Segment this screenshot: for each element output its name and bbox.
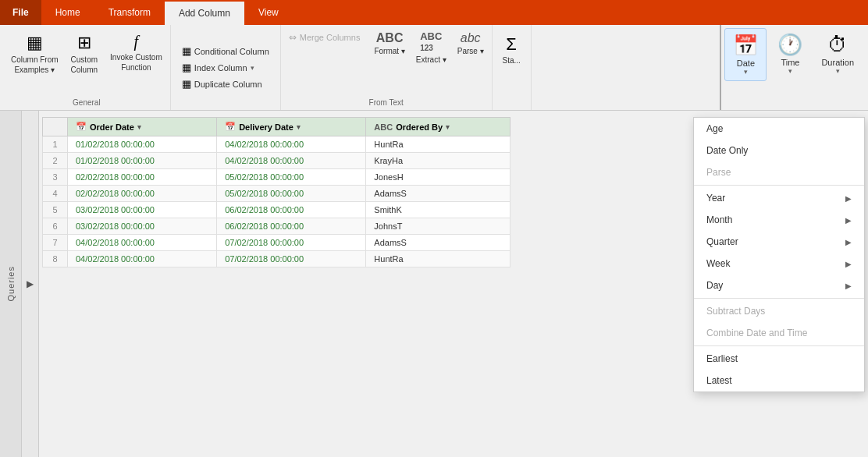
table-row: 402/02/2018 00:00:0005/02/2018 00:00:00A… [43, 186, 510, 202]
ordered-by-filter-icon[interactable]: ▾ [446, 123, 450, 131]
format-button[interactable]: ABC Format ▾ [369, 28, 409, 58]
extract-button[interactable]: ABC123 Extract ▾ [411, 28, 451, 67]
order-date-type-icon: 📅 [76, 122, 87, 132]
from-text-merge-small: ⇔ Merge Columns [284, 28, 365, 45]
col-from-examples-button[interactable]: ▦ Column FromExamples ▾ [6, 30, 63, 78]
stats-group-label [496, 107, 528, 110]
order-date-header[interactable]: 📅 Order Date ▾ [68, 118, 217, 136]
duration-button-label: Duration [821, 58, 854, 67]
ribbon-group-datetime: 📅 Date ▾ 🕐 Time ▾ ⏱ Duration ▾ [720, 25, 865, 110]
merge-columns-button[interactable]: ⇔ Merge Columns [284, 30, 365, 45]
menu-item-age[interactable]: Age [694, 118, 864, 140]
menu-item-parse: Parse [694, 161, 864, 183]
menu-divider-1 [694, 185, 864, 186]
menu-item-combine-date-time: Combine Date and Time [694, 322, 864, 344]
delivery-date-cell: 07/02/2018 00:00:00 [217, 235, 366, 251]
tab-home[interactable]: Home [41, 0, 94, 25]
delivery-date-header[interactable]: 📅 Delivery Date ▾ [217, 118, 366, 136]
year-arrow-icon: ▶ [845, 194, 852, 203]
delivery-date-label: Delivery Date [239, 122, 293, 132]
ribbon-group-general: ▦ Column FromExamples ▾ ⊞ CustomColumn f… [3, 25, 171, 110]
index-column-label: Index Column [194, 63, 247, 73]
time-button[interactable]: 🕐 Time ▾ [770, 28, 810, 80]
menu-item-subtract-days: Subtract Days [694, 300, 864, 322]
row-number: 7 [43, 235, 68, 251]
menu-divider-3 [694, 345, 864, 346]
tab-view[interactable]: View [244, 0, 293, 25]
ribbon: ▦ Column FromExamples ▾ ⊞ CustomColumn f… [0, 25, 868, 111]
delivery-date-cell: 06/02/2018 00:00:00 [217, 202, 366, 218]
duration-button[interactable]: ⏱ Duration ▾ [813, 28, 862, 80]
month-arrow-icon: ▶ [845, 216, 852, 225]
ordered-by-cell: AdamsS [366, 235, 510, 251]
time-button-label: Time [781, 58, 799, 67]
general-group-label: General [6, 98, 167, 110]
tab-file[interactable]: File [0, 0, 41, 25]
data-table: 📅 Order Date ▾ 📅 Delivery Date ▾ [42, 117, 510, 267]
menu-item-year[interactable]: Year ▶ [694, 187, 864, 209]
delivery-date-cell: 04/02/2018 00:00:00 [217, 153, 366, 169]
table-row: 101/02/2018 00:00:0004/02/2018 00:00:00H… [43, 136, 510, 153]
parse-button[interactable]: abc Parse ▾ [453, 28, 489, 58]
week-arrow-icon: ▶ [845, 260, 852, 268]
table-row: 201/02/2018 00:00:0004/02/2018 00:00:00K… [43, 153, 510, 169]
ordered-by-cell: SmithK [366, 202, 510, 218]
order-date-cell: 02/02/2018 00:00:00 [68, 169, 217, 186]
tab-transform[interactable]: Transform [94, 0, 165, 25]
ribbon-group-from-text: ⇔ Merge Columns ABC Format ▾ ABC123 Extr… [281, 25, 493, 110]
ordered-by-cell: JohnsT [366, 218, 510, 235]
ribbon-group-small: ▦ Conditional Column ▦ Index Column ▾ ▦ … [171, 25, 281, 110]
merge-columns-label: Merge Columns [300, 33, 361, 42]
row-number: 1 [43, 136, 68, 153]
tab-bar: File Home Transform Add Column View [0, 0, 868, 25]
row-number: 5 [43, 202, 68, 218]
menu-item-week[interactable]: Week ▶ [694, 253, 864, 275]
expand-icon: ▶ [27, 278, 34, 289]
custom-column-button[interactable]: ⊞ CustomColumn [66, 30, 102, 78]
row-number: 3 [43, 169, 68, 186]
date-button-label: Date [737, 58, 755, 68]
order-date-cell: 04/02/2018 00:00:00 [68, 235, 217, 251]
app-window: File Home Transform Add Column View ▦ Co… [0, 0, 868, 457]
table-row: 603/02/2018 00:00:0006/02/2018 00:00:00J… [43, 218, 510, 235]
conditional-column-button[interactable]: ▦ Conditional Column [177, 43, 274, 59]
order-date-cell: 03/02/2018 00:00:00 [68, 218, 217, 235]
table-row: 503/02/2018 00:00:0006/02/2018 00:00:00S… [43, 202, 510, 218]
delivery-date-filter-icon[interactable]: ▾ [297, 123, 301, 131]
delivery-date-cell: 06/02/2018 00:00:00 [217, 218, 366, 235]
invoke-custom-function-button[interactable]: f Invoke CustomFunction [105, 30, 167, 76]
ordered-by-cell: HuntRa [366, 251, 510, 267]
order-date-cell: 04/02/2018 00:00:00 [68, 251, 217, 267]
ordered-by-header[interactable]: ABC Ordered By ▾ [366, 118, 510, 136]
index-column-button[interactable]: ▦ Index Column ▾ [177, 59, 274, 76]
delivery-date-cell: 05/02/2018 00:00:00 [217, 186, 366, 202]
duplicate-column-button[interactable]: ▦ Duplicate Column [177, 76, 274, 92]
menu-item-latest[interactable]: Latest [694, 370, 864, 391]
row-number: 8 [43, 251, 68, 267]
ordered-by-cell: AdamsS [366, 186, 510, 202]
delivery-date-cell: 04/02/2018 00:00:00 [217, 136, 366, 153]
menu-item-quarter[interactable]: Quarter ▶ [694, 231, 864, 253]
menu-item-month[interactable]: Month ▶ [694, 209, 864, 231]
order-date-cell: 03/02/2018 00:00:00 [68, 202, 217, 218]
table-row: 302/02/2018 00:00:0005/02/2018 00:00:00J… [43, 169, 510, 186]
duplicate-column-label: Duplicate Column [194, 80, 262, 89]
menu-item-date-only[interactable]: Date Only [694, 140, 864, 161]
statistics-button[interactable]: Σ Sta... [497, 31, 525, 68]
ordered-by-label: Ordered By [396, 122, 443, 132]
ordered-by-cell: KrayHa [366, 153, 510, 169]
expand-panel-button[interactable]: ▶ [22, 111, 39, 457]
row-number: 4 [43, 186, 68, 202]
menu-divider-2 [694, 298, 864, 299]
date-button[interactable]: 📅 Date ▾ [724, 28, 767, 81]
order-date-cell: 01/02/2018 00:00:00 [68, 153, 217, 169]
queries-sidebar: Queries [0, 111, 22, 457]
tab-add-column[interactable]: Add Column [165, 0, 244, 25]
table-row: 704/02/2018 00:00:0007/02/2018 00:00:00A… [43, 235, 510, 251]
menu-item-day[interactable]: Day ▶ [694, 275, 864, 296]
quarter-arrow-icon: ▶ [845, 238, 852, 246]
menu-item-earliest[interactable]: Earliest [694, 348, 864, 370]
conditional-column-label: Conditional Column [194, 47, 269, 56]
order-date-cell: 01/02/2018 00:00:00 [68, 136, 217, 153]
order-date-filter-icon[interactable]: ▾ [137, 123, 141, 131]
